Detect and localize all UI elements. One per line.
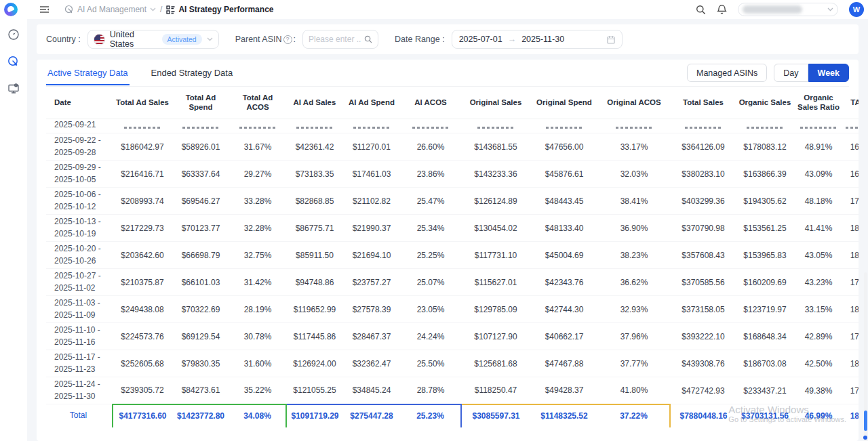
calendar-icon [607,35,615,44]
date-range-end[interactable]: 2025-11-30 [521,35,564,44]
row-value-clipped [461,119,530,133]
table-row: 2025-10-06 -2025-10-12$208993.74$69546.2… [46,188,859,215]
search-icon[interactable] [364,35,372,43]
main-content: Country : United States Activated Parent… [27,19,868,441]
row-value: 43.09% [793,161,844,188]
row-value: $143681.55 [461,133,530,161]
strategy-data-card: Active Strategy Data Ended Strategy Data… [37,60,859,441]
sidebar-item-dashboard[interactable] [7,28,20,41]
column-header: Organic Sales Ratio [793,87,844,119]
row-value: $66698.79 [172,242,229,269]
row-value-clipped [736,119,793,133]
row-value: 37.96% [598,323,670,350]
row-value: $168648.34 [736,323,793,350]
row-value: $115627.01 [461,269,530,296]
column-header: AI ACOS [400,87,461,119]
user-avatar[interactable]: W [849,2,864,17]
row-value: 17.24% [844,188,859,215]
column-header: Original ACOS [598,87,670,119]
total-value: $1091719.29 [286,404,343,427]
row-value: $373158.05 [670,296,736,323]
vertical-scrollbar-thumb[interactable] [864,411,867,431]
column-header: AI Ad Sales [286,87,343,119]
date-range-picker[interactable]: 2025-07-01 → 2025-11-30 [452,30,623,49]
clipped-text-fragment [477,127,514,129]
row-value: $47467.88 [530,350,598,377]
row-value: $249438.08 [113,296,172,323]
row-value: 18.65% [844,242,859,269]
row-value: 33.17% [598,133,670,161]
date-range-start[interactable]: 2025-07-01 [459,35,502,44]
breadcrumb-section[interactable]: AI Ad Management [64,5,156,14]
chevron-down-icon [207,37,213,41]
row-value: $85911.50 [286,242,343,269]
row-date: 2025-10-20 -2025-10-26 [46,242,113,269]
chevron-down-icon [827,7,833,12]
row-value: $160209.69 [736,269,793,296]
row-value-clipped [530,119,598,133]
day-toggle-button[interactable]: Day [774,64,808,82]
clipped-text-fragment [182,127,219,129]
top-bar: AI Ad Management / AI Strategy Performan… [0,0,868,19]
table-row: 2025-11-24 -2025-11-30$239305.72$84273.6… [46,377,859,404]
table-row: 2025-09-22 -2025-09-28$186042.97$58926.0… [46,133,859,161]
row-value: 32.28% [229,215,286,242]
row-value: $153561.25 [736,215,793,242]
row-value: 36.62% [598,269,670,296]
row-value: $45004.69 [530,242,598,269]
clipped-text-fragment [616,127,652,129]
account-select[interactable] [738,3,838,16]
column-header: AI Ad Spend [343,87,400,119]
app-logo-icon [4,3,18,16]
week-toggle-button[interactable]: Week [808,64,849,82]
sidebar-item-monitor-settings[interactable] [7,83,20,95]
row-value: 41.80% [598,377,670,404]
country-select[interactable]: United States Activated [87,30,219,49]
sidebar-collapse-icon[interactable] [39,5,50,14]
column-header: Original Sales [461,87,530,119]
filter-bar: Country : United States Activated Parent… [37,24,859,54]
row-value: $40662.17 [530,323,598,350]
row-value: 48.18% [793,188,844,215]
breadcrumb: AI Ad Management / AI Strategy Performan… [64,5,273,14]
account-select-blurred-value [743,5,802,14]
row-value: $21694.10 [343,242,400,269]
row-value: 17.58% [844,323,859,350]
row-date: 2025-11-17 -2025-11-23 [46,350,113,377]
row-value: $130454.02 [461,215,530,242]
row-value-clipped [343,119,400,133]
row-value: $194305.62 [736,188,793,215]
parent-asin-input[interactable]: Please enter ... [302,30,378,49]
row-value: $45876.61 [530,161,598,188]
row-value: 28.78% [400,377,461,404]
row-value-clipped [229,119,286,133]
tab-active-strategy-data[interactable]: Active Strategy Data [46,61,130,85]
row-value: $23757.27 [343,269,400,296]
help-icon[interactable]: ? [283,35,292,44]
strategy-performance-icon [166,5,175,14]
sidebar-item-ai-ad-management[interactable] [7,56,20,68]
row-value: 33.28% [229,188,286,215]
total-value: 25.23% [400,404,461,427]
row-value: 36.90% [598,215,670,242]
row-value: $27578.39 [343,296,400,323]
row-value: $178083.12 [736,133,793,161]
table-header-row: DateTotal Ad SalesTotal Ad SpendTotal Ad… [46,87,859,119]
notification-bell-icon[interactable] [717,4,727,15]
tab-ended-strategy-data[interactable]: Ended Strategy Data [150,61,235,85]
row-value: $84273.61 [172,377,229,404]
activated-badge: Activated [162,34,202,45]
row-value: 25.25% [400,242,461,269]
row-value: 17.83% [844,377,859,404]
row-value: $118250.47 [461,377,530,404]
clipped-text-fragment [846,127,859,129]
search-icon[interactable] [696,5,706,15]
breadcrumb-page-label: AI Strategy Performance [178,5,273,14]
date-range-label: Date Range : [395,35,445,44]
row-value-clipped [670,119,736,133]
row-value: $28467.37 [343,323,400,350]
managed-asins-button[interactable]: Managed ASINs [687,64,767,82]
row-value-clipped [598,119,670,133]
row-value: 43.05% [793,242,844,269]
row-value: $49428.37 [530,377,598,404]
